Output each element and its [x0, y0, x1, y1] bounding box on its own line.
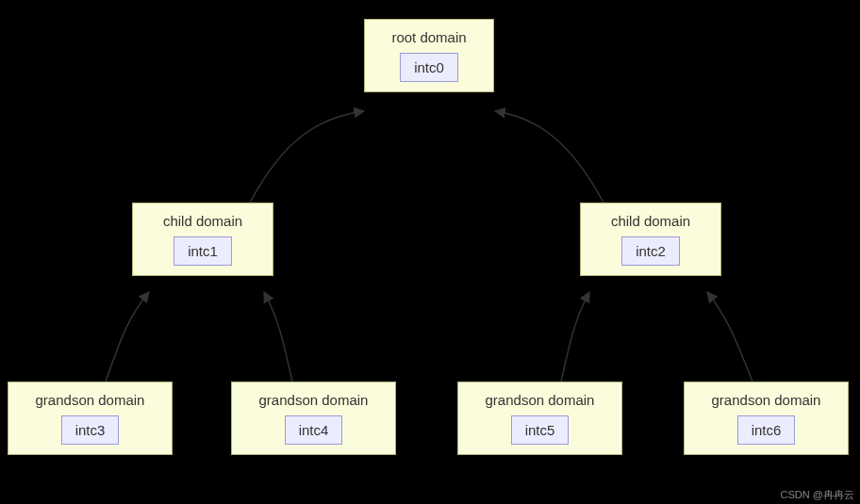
- node-child-left-inner: intc1: [174, 236, 232, 266]
- node-grandson-4: grandson domain intc6: [684, 382, 849, 455]
- node-grandson-2: grandson domain intc4: [231, 382, 396, 455]
- edge-child1-root: [250, 111, 364, 203]
- node-grandson-4-inner: intc6: [737, 415, 796, 445]
- node-grandson-1-inner: intc3: [61, 415, 120, 445]
- node-root: root domain intc0: [364, 19, 494, 92]
- node-grandson-2-title: grandson domain: [259, 392, 369, 408]
- node-root-inner: intc0: [400, 53, 458, 82]
- node-grandson-1-title: grandson domain: [36, 392, 145, 408]
- node-grandson-3-title: grandson domain: [486, 392, 595, 408]
- node-child-left-title: child domain: [163, 213, 242, 229]
- edge-gs4-child2: [707, 292, 752, 382]
- diagram-canvas: root domain intc0 child domain intc1 chi…: [0, 0, 860, 504]
- node-grandson-3: grandson domain intc5: [457, 382, 622, 455]
- node-child-right: child domain intc2: [580, 203, 721, 276]
- edge-gs2-child1: [264, 292, 292, 382]
- node-child-right-inner: intc2: [621, 236, 680, 266]
- edge-child2-root: [495, 111, 604, 203]
- node-grandson-2-inner: intc4: [285, 415, 343, 445]
- node-grandson-3-inner: intc5: [511, 415, 570, 445]
- node-grandson-4-title: grandson domain: [712, 392, 821, 408]
- node-root-title: root domain: [391, 29, 466, 45]
- node-child-right-title: child domain: [611, 213, 690, 229]
- watermark: CSDN @冉冉云: [781, 488, 854, 502]
- node-child-left: child domain intc1: [132, 203, 273, 276]
- node-grandson-1: grandson domain intc3: [8, 382, 173, 455]
- edge-gs3-child2: [561, 292, 589, 382]
- edge-gs1-child1: [106, 292, 149, 382]
